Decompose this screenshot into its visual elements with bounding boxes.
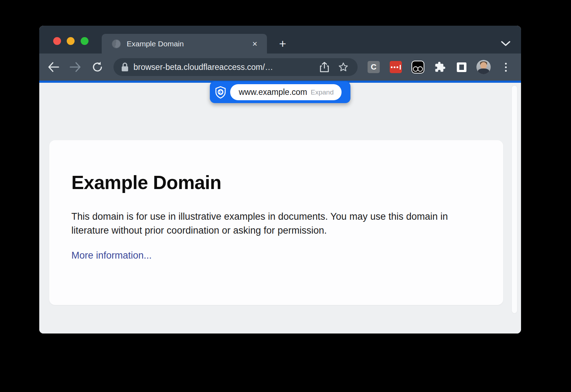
reload-icon [92, 61, 103, 73]
share-icon[interactable] [320, 62, 329, 72]
side-panel-button[interactable] [454, 59, 469, 75]
chevron-down-icon [501, 41, 510, 46]
page-paragraph: This domain is for use in illustrative e… [71, 210, 481, 238]
tab-close-icon[interactable]: × [250, 39, 260, 49]
new-tab-button[interactable]: + [276, 36, 290, 51]
avatar [476, 60, 491, 74]
reload-button[interactable] [89, 58, 106, 76]
isolated-domain-pill[interactable]: www.example.com Expand [230, 84, 342, 100]
globe-favicon-icon [112, 39, 121, 49]
page-title: Example Domain [71, 172, 481, 193]
close-window-button[interactable] [53, 37, 61, 45]
profile-avatar[interactable] [476, 59, 491, 75]
shield-arrow-icon [215, 86, 226, 99]
page-viewport: www.example.com Expand Example Domain Th… [39, 83, 521, 334]
extension-lastpass-button[interactable] [388, 59, 404, 75]
extension-c-button[interactable]: C [366, 59, 381, 75]
isolated-domain-text: www.example.com [239, 87, 311, 97]
browser-menu-button[interactable] [498, 59, 514, 75]
tab-search-button[interactable] [499, 37, 512, 50]
extensions-menu-button[interactable] [432, 59, 448, 75]
forward-button[interactable] [67, 58, 84, 76]
lock-icon [121, 62, 128, 72]
side-panel-icon [457, 62, 466, 72]
extension-dual-circle-button[interactable] [410, 59, 426, 75]
zoom-window-button[interactable] [81, 37, 89, 45]
address-bar[interactable]: browser-beta.cloudflareaccess.com/… [113, 58, 358, 76]
kebab-menu-icon [505, 63, 507, 72]
forward-arrow-icon [69, 62, 81, 72]
c-extension-icon: C [368, 61, 380, 73]
puzzle-piece-icon [434, 61, 446, 73]
back-arrow-icon [47, 62, 60, 72]
bookmark-star-icon[interactable] [338, 62, 348, 72]
back-button[interactable] [45, 58, 62, 76]
lastpass-dots-icon [390, 61, 402, 73]
url-text[interactable]: browser-beta.cloudflareaccess.com/… [133, 62, 320, 72]
minimize-window-button[interactable] [67, 37, 75, 45]
more-information-link[interactable]: More information... [71, 250, 152, 261]
isolation-banner: www.example.com Expand [210, 81, 350, 103]
expand-button[interactable]: Expand [311, 88, 334, 96]
content-card: Example Domain This domain is for use in… [49, 140, 503, 305]
browser-window: Example Domain × + [39, 26, 521, 334]
tab-strip: Example Domain × + [39, 26, 521, 54]
tab-title: Example Domain [127, 40, 250, 48]
dual-circle-icon [411, 61, 424, 73]
vertical-scrollbar-thumb[interactable] [512, 86, 517, 313]
tab-example-domain[interactable]: Example Domain × [102, 34, 267, 54]
toolbar: browser-beta.cloudflareaccess.com/… C [39, 54, 521, 81]
